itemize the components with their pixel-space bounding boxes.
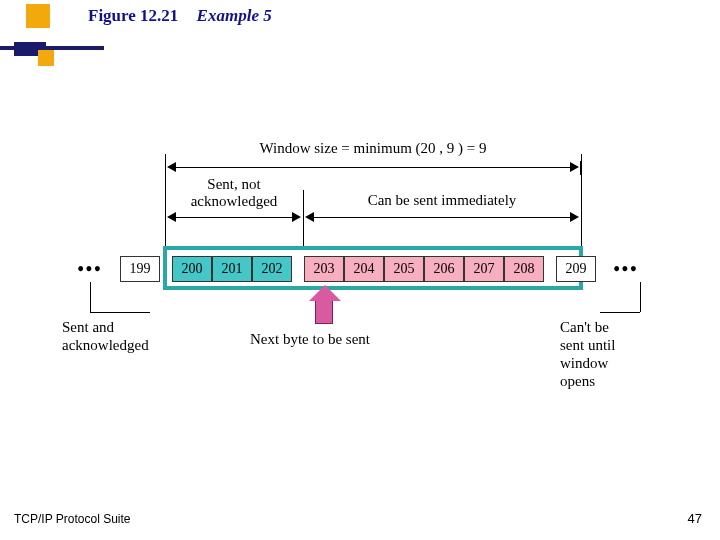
cell-available: 205 [384,256,424,282]
example-label: Example 5 [197,6,272,25]
byte-cells: ••• 199 200 201 202 203 204 205 206 207 … [60,256,656,282]
label-cant-send: Can't be sent until window opens [560,318,615,390]
window-size-label: Window size = minimum (20 , 9 ) = 9 [165,140,581,157]
cell-boundary-right: 209 [556,256,596,282]
dim-window-size: Window size = minimum (20 , 9 ) = 9 [165,140,581,175]
page-number: 47 [688,511,702,526]
dim-line-top [165,161,581,175]
seg-can-send-label: Can be sent immediately [303,176,581,209]
cell-sent: 200 [172,256,212,282]
next-byte-arrow-icon [315,298,333,324]
conn-cant-send [640,282,641,312]
cell-available: 203 [304,256,344,282]
seg-can-send: Can be sent immediately [303,176,581,225]
label-next-byte: Next byte to be sent [250,330,370,348]
cell-sent: 201 [212,256,252,282]
conn-sent-ack-h [90,312,150,313]
deco-square-orange [26,4,50,28]
label-sent-ack: Sent and acknowledged [62,318,149,354]
conn-cant-send-h [600,312,640,313]
figure-title: Figure 12.21 Example 5 [88,6,272,26]
seg-sent-not-ack-label: Sent, not acknowledged [165,176,303,209]
cell-available: 208 [504,256,544,282]
conn-right [581,154,582,248]
ellipsis-right: ••• [596,256,656,282]
deco-square-orange-small [38,50,54,66]
figure-number: Figure 12.21 [88,6,178,25]
cell-available: 204 [344,256,384,282]
cell-sent: 202 [252,256,292,282]
cell-available: 207 [464,256,504,282]
cell-available: 206 [424,256,464,282]
ellipsis-left: ••• [60,256,120,282]
cell-boundary-left: 199 [120,256,160,282]
conn-sent-ack [90,282,91,312]
footer-text: TCP/IP Protocol Suite [14,512,131,526]
seg-sent-not-ack: Sent, not acknowledged [165,176,303,225]
window-diagram: Window size = minimum (20 , 9 ) = 9 Sent… [60,140,660,420]
